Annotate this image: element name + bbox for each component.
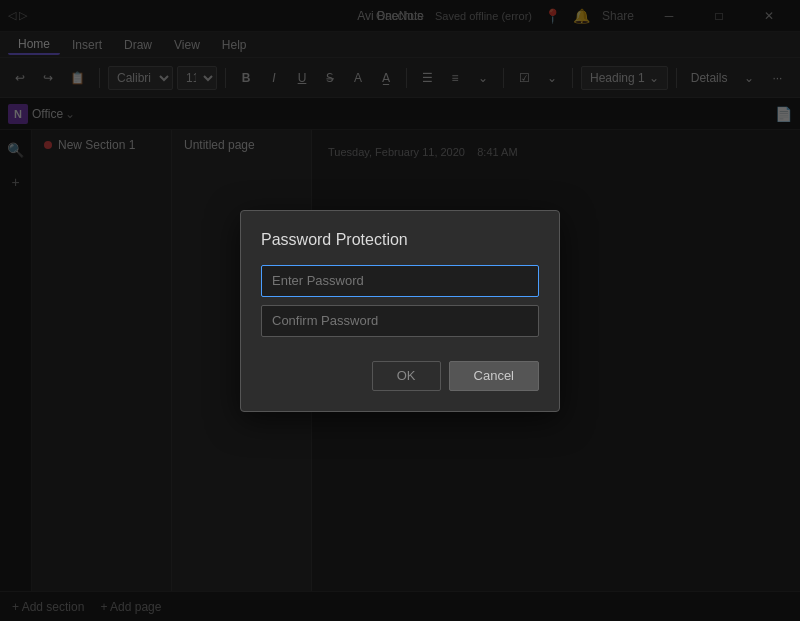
modal-buttons: OK Cancel [261,361,539,391]
modal-overlay: Password Protection OK Cancel [0,0,800,621]
confirm-password-input[interactable] [261,305,539,337]
modal-title: Password Protection [261,231,539,249]
password-input[interactable] [261,265,539,297]
ok-button[interactable]: OK [372,361,441,391]
cancel-button[interactable]: Cancel [449,361,539,391]
password-dialog: Password Protection OK Cancel [240,210,560,412]
